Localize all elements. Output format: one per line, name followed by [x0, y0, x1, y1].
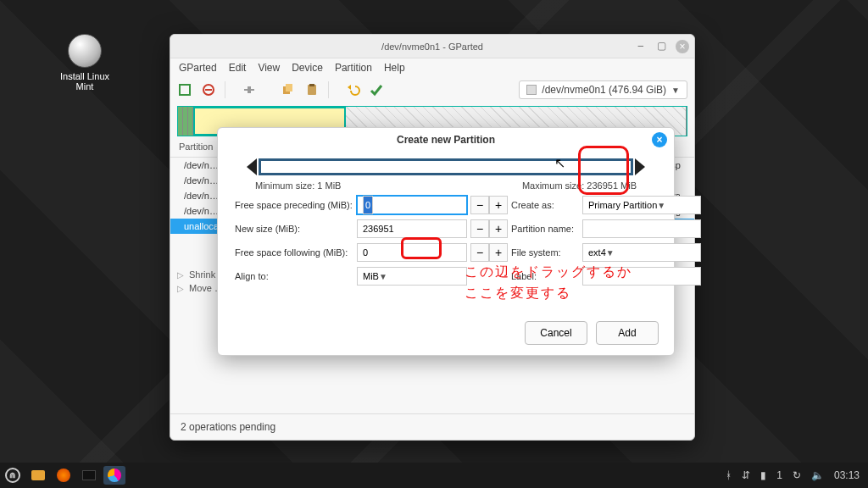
min-size-label: Minimum size: 1 MiB: [255, 180, 341, 191]
slider-handle-left[interactable]: [247, 158, 257, 175]
filesystem-label: File system:: [511, 247, 579, 258]
slider-handle-right[interactable]: [635, 158, 645, 175]
device-selector[interactable]: /dev/nvme0n1 (476.94 GiB) ▼: [519, 80, 687, 99]
menu-gparted[interactable]: GParted: [179, 62, 217, 74]
dialog-close-button[interactable]: ×: [652, 132, 667, 147]
volume-icon[interactable]: 🔈: [811, 469, 824, 481]
notifications-icon[interactable]: ↻: [793, 469, 801, 481]
dialog-title: Create new Partition: [397, 134, 495, 146]
annotation-text-1: この辺をドラッグするか: [465, 263, 632, 281]
create-as-select[interactable]: Primary Partition▼: [582, 196, 701, 214]
workspace-indicator[interactable]: 1: [776, 469, 782, 481]
menu-partition[interactable]: Partition: [335, 62, 372, 74]
cancel-button[interactable]: Cancel: [525, 321, 587, 345]
fsp-label: Free space preceding (MiB):: [235, 200, 353, 210]
slider-track[interactable]: [259, 158, 633, 175]
network-icon[interactable]: ⇵: [742, 469, 750, 481]
cursor-icon: ↖: [554, 155, 565, 171]
start-menu-button[interactable]: ⋒: [0, 463, 25, 488]
fsp-input[interactable]: 0: [357, 196, 467, 214]
toolbar-divider: [225, 81, 233, 98]
window-title: /dev/nvme0n1 - GParted: [381, 42, 483, 52]
undo-icon[interactable]: [345, 82, 360, 97]
resize-icon[interactable]: [242, 82, 257, 97]
copy-icon[interactable]: [281, 82, 296, 97]
create-partition-dialog: Create new Partition × ↖ Minimum size: 1…: [217, 127, 675, 356]
annotation-text-2: ここを変更する: [465, 285, 571, 302]
taskbar-gparted[interactable]: [103, 466, 125, 485]
fsf-input[interactable]: 0: [357, 243, 467, 262]
cd-icon: [68, 34, 102, 68]
svg-rect-0: [180, 85, 190, 95]
firefox-icon: [57, 469, 70, 482]
fsp-plus[interactable]: +: [489, 196, 508, 214]
align-label: Align to:: [235, 271, 353, 281]
mint-logo-icon: ⋒: [5, 468, 20, 483]
ns-minus[interactable]: −: [470, 219, 489, 238]
status-bar: 2 operations pending: [170, 413, 694, 440]
window-titlebar[interactable]: /dev/nvme0n1 - GParted ‒ ▢ ×: [170, 35, 694, 58]
taskbar-firefox[interactable]: [53, 466, 75, 485]
menu-device[interactable]: Device: [292, 62, 323, 74]
taskbar-terminal[interactable]: [78, 466, 100, 485]
svg-rect-4: [286, 84, 292, 92]
disk-icon: [526, 85, 537, 95]
toolbar: /dev/nvme0n1 (476.94 GiB) ▼: [170, 77, 694, 106]
fsp-minus[interactable]: −: [470, 196, 489, 214]
new-size-input[interactable]: 236951: [357, 219, 467, 238]
clock[interactable]: 03:13: [834, 469, 860, 481]
taskbar: ⋒ ᚼ ⇵ ▮ 1 ↻ 🔈 03:13: [0, 463, 868, 488]
filesystem-select[interactable]: ext4▼: [582, 243, 701, 262]
partition-name-input[interactable]: [582, 219, 701, 238]
add-button[interactable]: Add: [596, 321, 659, 345]
svg-rect-6: [309, 84, 314, 86]
menu-help[interactable]: Help: [384, 62, 405, 74]
size-slider[interactable]: ↖: [247, 157, 645, 177]
battery-icon[interactable]: ▮: [760, 469, 766, 481]
new-icon[interactable]: [177, 82, 192, 97]
minimize-button[interactable]: ‒: [635, 40, 647, 52]
desktop-icon-label: Install Linux Mint: [51, 71, 119, 92]
chevron-down-icon: ▼: [671, 86, 680, 95]
taskbar-files[interactable]: [27, 466, 49, 485]
bluetooth-icon[interactable]: ᚼ: [726, 469, 732, 481]
dialog-titlebar[interactable]: Create new Partition ×: [218, 128, 674, 152]
maximize-button[interactable]: ▢: [655, 40, 667, 52]
menu-bar: GParted Edit View Device Partition Help: [170, 58, 694, 77]
create-as-label: Create as:: [511, 200, 579, 210]
ns-plus[interactable]: +: [489, 219, 508, 238]
fsf-plus[interactable]: +: [489, 243, 508, 262]
new-size-label: New size (MiB):: [235, 224, 353, 234]
system-tray: ᚼ ⇵ ▮ 1 ↻ 🔈 03:13: [726, 469, 868, 481]
desktop-icon-install[interactable]: Install Linux Mint: [51, 34, 119, 92]
max-size-label: Maximum size: 236951 MiB: [522, 180, 637, 191]
gparted-icon: [108, 469, 121, 482]
partition-name-label: Partition name:: [511, 224, 579, 234]
terminal-icon: [82, 470, 96, 480]
menu-view[interactable]: View: [258, 62, 280, 74]
fsf-label: Free space following (MiB):: [235, 247, 353, 258]
delete-icon[interactable]: [201, 82, 216, 97]
align-select[interactable]: MiB▼: [357, 267, 467, 286]
fsf-minus[interactable]: −: [470, 243, 489, 262]
menu-edit[interactable]: Edit: [229, 62, 247, 74]
paste-icon[interactable]: [304, 82, 320, 97]
folder-icon: [31, 470, 45, 480]
apply-icon[interactable]: [369, 82, 384, 97]
toolbar-divider: [328, 81, 337, 98]
device-selector-label: /dev/nvme0n1 (476.94 GiB): [542, 84, 666, 96]
close-button[interactable]: ×: [676, 40, 689, 53]
